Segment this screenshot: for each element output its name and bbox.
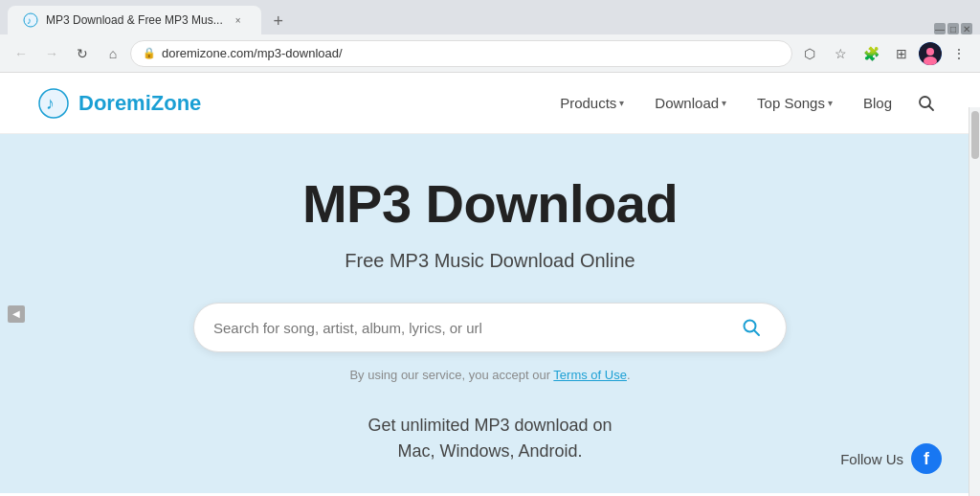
close-window-button[interactable]: ✕ <box>961 23 972 34</box>
scrollbar-thumb[interactable] <box>971 111 979 159</box>
svg-text:♪: ♪ <box>27 15 32 26</box>
hero-title: MP3 Download <box>302 172 678 235</box>
top-songs-chevron-icon: ▾ <box>828 98 833 108</box>
search-bar[interactable] <box>193 303 787 352</box>
disclaimer-text: By using our service, you accept our Ter… <box>349 368 630 382</box>
hero-promo: Get unlimited MP3 download on Mac, Windo… <box>368 413 612 464</box>
follow-us: Follow Us f <box>840 443 942 474</box>
reload-button[interactable]: ↻ <box>69 40 96 67</box>
tab-title: MP3 Download & Free MP3 Mus... <box>46 13 223 27</box>
media-icon[interactable]: ⊞ <box>888 40 915 67</box>
toolbar-right: ⬡ ☆ 🧩 ⊞ ⋮ <box>796 40 972 67</box>
logo-icon: ♪ <box>38 88 69 119</box>
nav-blog[interactable]: Blog <box>852 87 903 119</box>
download-chevron-icon: ▾ <box>722 98 726 108</box>
scrollbar-track[interactable] <box>969 107 980 496</box>
address-bar[interactable]: 🔒 doremizone.com/mp3-download/ <box>130 40 792 67</box>
bookmark-icon[interactable]: ☆ <box>827 40 854 67</box>
svg-line-8 <box>929 105 934 110</box>
website: ♪ DoremiZone Products ▾ Download ▾ Top S… <box>0 73 980 493</box>
browser-chrome: ♪ MP3 Download & Free MP3 Mus... × + — □… <box>0 0 980 73</box>
active-tab[interactable]: ♪ MP3 Download & Free MP3 Mus... × <box>8 6 261 34</box>
tab-bar: ♪ MP3 Download & Free MP3 Mus... × + — □… <box>0 0 980 34</box>
svg-point-3 <box>926 48 934 56</box>
minimize-button[interactable]: — <box>934 23 946 34</box>
svg-line-10 <box>754 330 759 335</box>
more-options-icon[interactable]: ⋮ <box>946 40 972 67</box>
forward-button[interactable]: → <box>38 40 65 67</box>
hero-section: ◀ MP3 Download Free MP3 Music Download O… <box>0 134 980 493</box>
maximize-button[interactable]: □ <box>947 23 959 34</box>
url-text: doremizone.com/mp3-download/ <box>162 46 780 60</box>
back-button[interactable]: ← <box>8 40 34 67</box>
home-button[interactable]: ⌂ <box>100 40 126 67</box>
site-header: ♪ DoremiZone Products ▾ Download ▾ Top S… <box>0 73 980 134</box>
site-logo[interactable]: ♪ DoremiZone <box>38 88 201 119</box>
toolbar: ← → ↻ ⌂ 🔒 doremizone.com/mp3-download/ ⬡… <box>0 34 980 73</box>
follow-us-label: Follow Us <box>840 451 903 467</box>
left-panel-toggle[interactable]: ◀ <box>8 305 25 323</box>
lock-icon: 🔒 <box>143 47 156 59</box>
terms-of-use-link[interactable]: Terms of Use <box>553 368 627 382</box>
profile-avatar[interactable] <box>919 42 942 65</box>
nav-top-songs[interactable]: Top Songs ▾ <box>746 87 844 119</box>
products-chevron-icon: ▾ <box>619 98 624 108</box>
cast-icon[interactable]: ⬡ <box>796 40 823 67</box>
hero-subtitle: Free MP3 Music Download Online <box>345 250 635 272</box>
nav-products[interactable]: Products ▾ <box>548 87 635 119</box>
search-input[interactable] <box>213 320 726 336</box>
tab-close-button[interactable]: × <box>231 12 246 28</box>
site-nav: Products ▾ Download ▾ Top Songs ▾ Blog <box>548 87 942 119</box>
new-tab-button[interactable]: + <box>265 8 292 34</box>
logo-text: DoremiZone <box>78 91 201 116</box>
nav-search-button[interactable] <box>911 88 942 119</box>
tab-favicon: ♪ <box>23 12 38 28</box>
nav-download[interactable]: Download ▾ <box>643 87 738 119</box>
facebook-icon[interactable]: f <box>911 443 942 474</box>
svg-text:♪: ♪ <box>46 94 55 113</box>
extensions-icon[interactable]: 🧩 <box>858 40 884 67</box>
search-submit-button[interactable] <box>736 312 767 343</box>
